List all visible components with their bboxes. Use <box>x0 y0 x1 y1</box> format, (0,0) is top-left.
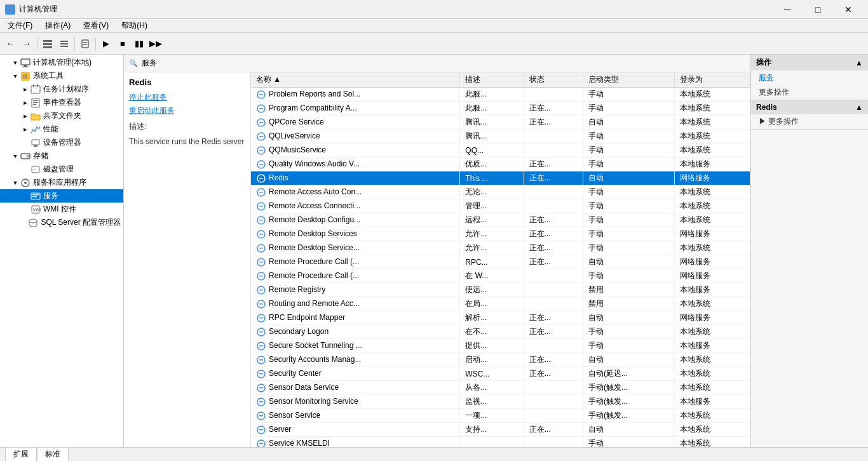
right-section-actions-header[interactable]: 操作 ▲ <box>751 55 868 70</box>
tree-services-apps[interactable]: ▼ 服务和应用程序 <box>0 176 123 189</box>
tree-folder-toggle[interactable]: ► <box>20 111 31 121</box>
svg-rect-13 <box>21 59 30 65</box>
toolbar-back[interactable]: ← <box>3 36 18 51</box>
tab-standard[interactable]: 标准 <box>37 447 69 461</box>
tree-system-toggle[interactable]: ▼ <box>10 71 20 81</box>
tree-system-tools[interactable]: ▼ ⚙ 系统工具 <box>0 69 123 83</box>
tree-sql[interactable]: SQL Server 配置管理器 <box>0 216 123 229</box>
col-logon[interactable]: 登录为 <box>675 72 750 88</box>
table-row[interactable]: Routing and Remote Acc... 在局... 禁用 本地系统 <box>251 297 750 311</box>
toolbar-sep-1 <box>37 37 37 50</box>
cell-status <box>524 437 583 448</box>
cell-name: Secondary Logon <box>251 325 460 339</box>
tree-event-viewer[interactable]: ► 事件查看器 <box>0 96 123 109</box>
tree-device-manager[interactable]: 设备管理器 <box>0 136 123 149</box>
right-actions-more[interactable]: 更多操作 <box>751 85 868 100</box>
col-desc[interactable]: 描述 <box>460 72 524 88</box>
stop-service-link[interactable]: 停止此服务 <box>129 92 245 103</box>
tree-disk-mgmt[interactable]: 磁盘管理 <box>0 163 123 176</box>
cell-logon: 本地系统 <box>675 437 750 448</box>
table-row[interactable]: Sensor Service 一项... 手动(触发... 本地系统 <box>251 409 750 423</box>
toolbar: ← → ▶ ■ ▮▮ ▶▶ <box>0 33 868 55</box>
right-section-redis-header[interactable]: Redis ▲ <box>751 100 868 114</box>
minimize-button[interactable]: ─ <box>773 0 802 19</box>
cell-logon: 本地服务 <box>675 339 750 353</box>
table-row[interactable]: QPCore Service 腾讯... 正在... 自动 本地系统 <box>251 116 750 130</box>
tree-wmi[interactable]: WMI WMI 控件 <box>0 203 123 216</box>
toolbar-up[interactable] <box>40 36 55 51</box>
cell-desc: 监视... <box>460 395 524 409</box>
toolbar-properties[interactable] <box>78 36 93 51</box>
toolbar-stop[interactable]: ■ <box>115 36 130 51</box>
table-row[interactable]: Service KMSELDI 手动 本地系统 <box>251 437 750 448</box>
close-button[interactable]: ✕ <box>834 0 863 19</box>
tree-disk-toggle[interactable] <box>20 164 31 175</box>
table-row[interactable]: Remote Registry 便远... 禁用 本地服务 <box>251 283 750 297</box>
tree-storage-toggle[interactable]: ▼ <box>10 151 20 161</box>
toolbar-restart[interactable]: ▶▶ <box>148 36 163 51</box>
tree-device-toggle[interactable] <box>20 138 31 148</box>
cell-name: Sensor Data Service <box>251 381 460 395</box>
table-row[interactable]: Remote Access Connecti... 管理... 手动 本地系统 <box>251 199 750 213</box>
table-row[interactable]: Remote Procedure Call (... 在 W... 手动 网络服… <box>251 269 750 283</box>
svg-rect-14 <box>24 65 27 67</box>
table-row[interactable]: Remote Access Auto Con... 无论... 手动 本地系统 <box>251 185 750 199</box>
table-row[interactable]: Quality Windows Audio V... 优质... 正在... 手… <box>251 157 750 171</box>
cell-status: 正在... <box>524 213 583 227</box>
tree-performance[interactable]: ► 性能 <box>0 123 123 136</box>
restart-service-link[interactable]: 重启动此服务 <box>129 105 245 116</box>
cell-startup: 手动 <box>583 102 674 116</box>
table-header-row: 名称 ▲ 描述 状态 启动类型 登录为 <box>251 72 750 88</box>
table-row[interactable]: Security Accounts Manag... 启动... 正在... 自… <box>251 353 750 367</box>
tree-services-toggle[interactable] <box>20 191 31 201</box>
right-redis-more[interactable]: ▶ 更多操作 <box>751 114 868 129</box>
table-row[interactable]: Remote Desktop Services 允许... 正在... 手动 网… <box>251 227 750 241</box>
menu-action[interactable]: 操作(A) <box>40 19 76 32</box>
table-row[interactable]: Remote Desktop Configu... 远程... 正在... 手动… <box>251 213 750 227</box>
tree-sql-toggle[interactable] <box>20 218 28 228</box>
table-row[interactable]: Program Compatibility A... 此服... 正在... 手… <box>251 102 750 116</box>
col-name[interactable]: 名称 ▲ <box>251 72 460 88</box>
cell-status: 正在... <box>524 311 583 325</box>
maximize-button[interactable]: □ <box>803 0 832 19</box>
table-row[interactable]: Remote Desktop Service... 允许... 正在... 手动… <box>251 241 750 255</box>
tree-task-scheduler[interactable]: ► 任务计划程序 <box>0 83 123 96</box>
table-row[interactable]: RPC Endpoint Mapper 解析... 正在... 自动 网络服务 <box>251 311 750 325</box>
col-startup[interactable]: 启动类型 <box>583 72 674 88</box>
tree-task-toggle[interactable]: ► <box>20 84 31 95</box>
table-row[interactable]: Security Center WSC... 正在... 自动(延迟... 本地… <box>251 367 750 381</box>
tree-storage[interactable]: ▼ 存储 <box>0 149 123 163</box>
toolbar-play[interactable]: ▶ <box>98 36 114 51</box>
table-row[interactable]: QQMusicService QQ... 手动 本地系统 <box>251 144 750 157</box>
tree-services[interactable]: 服务 <box>0 189 123 203</box>
menu-file[interactable]: 文件(F) <box>3 19 37 32</box>
table-row[interactable]: Server 支持... 正在... 自动 本地系统 <box>251 423 750 437</box>
menu-help[interactable]: 帮助(H) <box>116 19 153 32</box>
col-status[interactable]: 状态 <box>524 72 583 88</box>
tree-event-toggle[interactable]: ► <box>20 98 31 108</box>
table-row[interactable]: Secure Socket Tunneling ... 提供... 手动 本地服… <box>251 339 750 353</box>
tree-shared-folders[interactable]: ► 共享文件夹 <box>0 109 123 123</box>
table-row[interactable]: QQLiveService 腾讯... 手动 本地系统 <box>251 130 750 144</box>
menu-view[interactable]: 查看(V) <box>78 19 114 32</box>
tab-expand[interactable]: 扩展 <box>5 447 37 461</box>
toolbar-forward[interactable]: → <box>19 36 34 51</box>
toolbar-pause[interactable]: ▮▮ <box>132 36 147 51</box>
svg-rect-1 <box>11 6 14 9</box>
tree-root[interactable]: ▼ 计算机管理(本地) <box>0 56 123 69</box>
services-area[interactable]: 名称 ▲ 描述 状态 启动类型 登录为 Problem Reports and … <box>251 72 750 447</box>
cell-status: 正在... <box>524 255 583 269</box>
table-row[interactable]: Redis This ... 正在... 自动 网络服务 <box>251 171 750 185</box>
table-row[interactable]: Problem Reports and Sol... 此服... 手动 本地系统 <box>251 88 750 102</box>
toolbar-show-hide[interactable] <box>57 36 72 51</box>
tree-perf-toggle[interactable]: ► <box>20 124 31 135</box>
table-row[interactable]: Sensor Data Service 从各... 手动(触发... 本地系统 <box>251 381 750 395</box>
table-row[interactable]: Sensor Monitoring Service 监视... 手动(触发...… <box>251 395 750 409</box>
tree-root-toggle[interactable]: ▼ <box>10 58 20 68</box>
table-row[interactable]: Secondary Logon 在不... 正在... 手动 本地系统 <box>251 325 750 339</box>
cell-logon: 本地系统 <box>675 88 750 102</box>
tree-wmi-toggle[interactable] <box>20 204 31 215</box>
right-actions-services[interactable]: 服务 <box>751 70 868 85</box>
table-row[interactable]: Remote Procedure Call (... RPC... 正在... … <box>251 255 750 269</box>
tree-svc-toggle[interactable]: ▼ <box>10 178 20 188</box>
